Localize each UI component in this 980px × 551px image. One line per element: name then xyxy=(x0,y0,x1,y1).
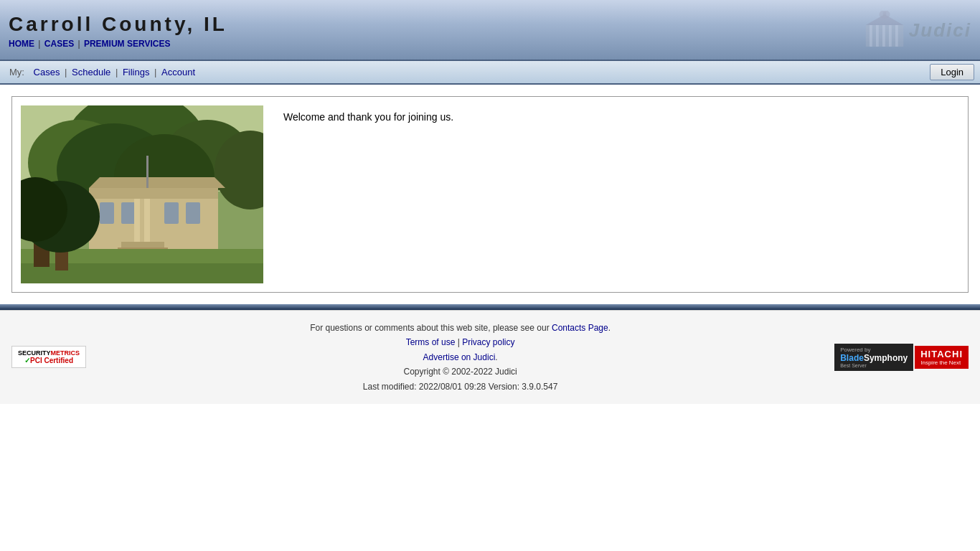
terms-link[interactable]: Terms of use xyxy=(406,337,456,347)
home-link[interactable]: HOME xyxy=(9,39,34,49)
svg-rect-21 xyxy=(164,202,179,224)
svg-rect-20 xyxy=(121,202,136,224)
premium-link[interactable]: PREMIUM SERVICES xyxy=(84,39,170,49)
header-left: Carroll County, IL HOME | CASES | PREMIU… xyxy=(9,13,227,49)
content-text: Welcome and thank you for joining us. xyxy=(278,105,959,283)
svg-rect-25 xyxy=(121,242,164,248)
footer-terms-line: Terms of use | Privacy policy xyxy=(86,335,834,349)
welcome-message: Welcome and thank you for joining us. xyxy=(283,111,953,123)
navbar-left: My: Cases | Schedule | Filings | Account xyxy=(0,62,202,82)
login-button[interactable]: Login xyxy=(930,64,974,80)
security-word: SECURITY xyxy=(18,349,51,357)
svg-rect-18 xyxy=(89,188,218,199)
my-filings-link[interactable]: Filings xyxy=(123,67,150,77)
hitachi-logo: HITACHI Inspire the Next xyxy=(915,346,969,369)
courthouse-icon xyxy=(863,11,906,50)
security-metrics-text: SECURITYMETRICS xyxy=(18,349,80,357)
header: Carroll County, IL HOME | CASES | PREMIU… xyxy=(0,0,980,61)
courthouse-photo xyxy=(21,105,263,283)
svg-rect-19 xyxy=(100,202,114,224)
main-content: Welcome and thank you for joining us. xyxy=(0,85,980,304)
partner-logos: Powered by BladeSymphony Best Server HIT… xyxy=(834,344,969,371)
content-box: Welcome and thank you for joining us. xyxy=(11,96,969,293)
footer-questions-line: For questions or comments about this web… xyxy=(86,321,834,335)
questions-text: For questions or comments about this web… xyxy=(310,323,550,333)
powered-by-label: Powered by xyxy=(840,347,870,353)
contacts-link[interactable]: Contacts Page xyxy=(552,323,608,333)
nav-sep3: | xyxy=(154,67,159,77)
footer: SECURITYMETRICS ✓PCI Certified For quest… xyxy=(0,310,980,404)
blade-symphony-name: BladeSymphony xyxy=(840,353,908,363)
site-title: Carroll County, IL xyxy=(9,13,227,36)
security-badge: SECURITYMETRICS ✓PCI Certified xyxy=(11,346,86,368)
advertise-link[interactable]: Advertise on Judici xyxy=(423,352,496,362)
my-label: My: xyxy=(9,67,24,77)
footer-inner: SECURITYMETRICS ✓PCI Certified For quest… xyxy=(11,321,969,394)
svg-rect-22 xyxy=(186,202,200,224)
footer-bar xyxy=(0,304,980,310)
footer-copyright: Copyright © 2002-2022 Judici xyxy=(86,364,834,379)
my-cases-link[interactable]: Cases xyxy=(34,67,60,77)
footer-right: Powered by BladeSymphony Best Server HIT… xyxy=(834,344,969,371)
judici-logo-text: Judici xyxy=(909,19,971,42)
privacy-link[interactable]: Privacy policy xyxy=(462,337,514,347)
svg-rect-4 xyxy=(882,25,885,47)
blade-symphony-logo: Powered by BladeSymphony Best Server xyxy=(834,344,913,371)
nav-sep1: | xyxy=(65,67,70,77)
svg-rect-8 xyxy=(883,11,887,16)
svg-rect-38 xyxy=(146,156,149,188)
blade-sub: Best Server xyxy=(840,363,867,368)
svg-rect-23 xyxy=(134,199,140,242)
svg-rect-24 xyxy=(144,199,150,242)
hitachi-sub: Inspire the Next xyxy=(920,359,961,366)
navbar: My: Cases | Schedule | Filings | Account… xyxy=(0,61,980,85)
content-image xyxy=(21,105,263,283)
judici-logo: Judici xyxy=(863,11,971,50)
svg-rect-3 xyxy=(876,25,879,47)
footer-left: SECURITYMETRICS ✓PCI Certified xyxy=(11,346,86,368)
svg-rect-2 xyxy=(870,25,872,47)
my-account-link[interactable]: Account xyxy=(161,67,195,77)
nav-sep2: | xyxy=(116,67,121,77)
footer-advertise-line: Advertise on Judici. xyxy=(86,350,834,364)
footer-last-modified: Last modified: 2022/08/01 09:28 Version:… xyxy=(86,380,834,394)
pci-certified: ✓PCI Certified xyxy=(18,357,80,364)
hitachi-name: HITACHI xyxy=(920,349,963,359)
metrics-word: METRICS xyxy=(51,349,80,357)
svg-rect-5 xyxy=(889,25,892,47)
header-nav: HOME | CASES | PREMIUM SERVICES xyxy=(9,39,227,49)
svg-rect-6 xyxy=(895,25,898,47)
my-schedule-link[interactable]: Schedule xyxy=(72,67,110,77)
svg-marker-37 xyxy=(89,177,225,188)
footer-center: For questions or comments about this web… xyxy=(86,321,834,394)
separator2: | xyxy=(77,39,82,49)
separator1: | xyxy=(38,39,42,49)
cases-link[interactable]: CASES xyxy=(44,39,74,49)
